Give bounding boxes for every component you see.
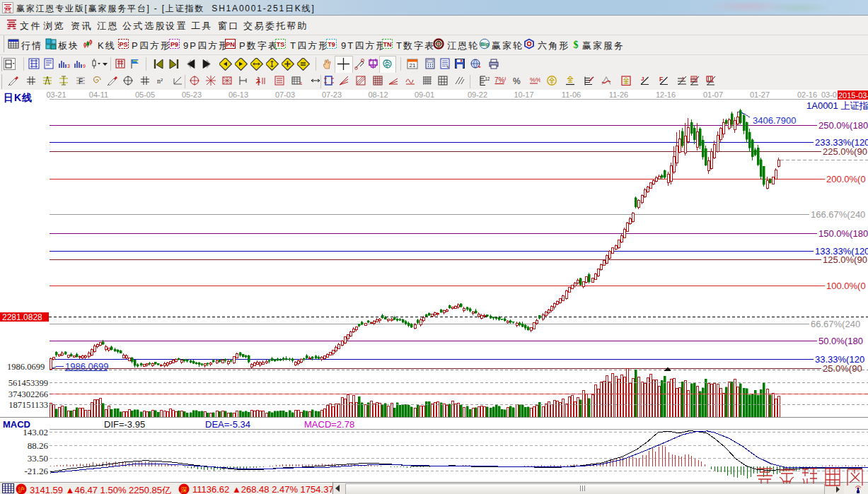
svg-text:07-23: 07-23 <box>322 90 342 99</box>
svg-text:Big: Big <box>480 41 490 47</box>
svg-text:%: % <box>513 76 521 86</box>
svg-text:66.67%(240: 66.67%(240 <box>811 319 860 329</box>
svg-text:J: J <box>681 76 684 81</box>
svg-text:21: 21 <box>410 62 416 69</box>
svg-text:DEA=-5.34: DEA=-5.34 <box>205 419 250 430</box>
svg-text:沪: 沪 <box>18 486 25 493</box>
svg-text:09-01: 09-01 <box>415 90 434 99</box>
svg-text:08-12: 08-12 <box>368 90 388 99</box>
svg-text:143.02: 143.02 <box>23 427 48 437</box>
svg-text:1A0001 上证指数: 1A0001 上证指数 <box>806 100 868 111</box>
svg-text:1: 1 <box>300 81 303 86</box>
svg-text:05-05: 05-05 <box>135 90 155 99</box>
svg-text:88.26: 88.26 <box>28 440 49 451</box>
svg-text:礻: 礻 <box>255 76 265 86</box>
svg-text:TN: TN <box>383 41 392 48</box>
svg-text:DIF=-3.95: DIF=-3.95 <box>104 419 145 430</box>
svg-text:$: $ <box>574 40 579 50</box>
svg-text:04-11: 04-11 <box>89 90 108 99</box>
svg-text:11-06: 11-06 <box>562 90 581 99</box>
svg-text:MACD=2.78: MACD=2.78 <box>304 419 354 430</box>
svg-text:03-0: 03-0 <box>821 90 837 99</box>
svg-text:1986.0699: 1986.0699 <box>7 362 45 372</box>
svg-text:n²: n² <box>157 77 163 85</box>
svg-text:125.0%(90: 125.0%(90 <box>823 254 867 265</box>
svg-text:150.0%(180: 150.0%(180 <box>818 228 868 239</box>
svg-text:深: 深 <box>181 486 187 493</box>
svg-text:日K线: 日K线 <box>4 92 33 103</box>
svg-text:%%: %% <box>530 76 540 83</box>
svg-text:05-23: 05-23 <box>182 90 202 99</box>
svg-text:2015-03-: 2015-03- <box>838 91 868 100</box>
svg-text:12-16: 12-16 <box>656 90 676 99</box>
svg-text:225.0%(90: 225.0%(90 <box>823 146 867 157</box>
svg-text:-21.26: -21.26 <box>24 466 48 476</box>
svg-text:J: J <box>641 76 644 82</box>
svg-text:TS: TS <box>277 41 285 48</box>
svg-text:T9: T9 <box>328 41 335 48</box>
svg-text:25.0%(90: 25.0%(90 <box>823 363 862 374</box>
svg-text:561453399: 561453399 <box>8 378 48 388</box>
svg-text:F: F <box>79 78 83 86</box>
svg-text:50.0%(180: 50.0%(180 <box>818 336 863 346</box>
svg-text:01-27: 01-27 <box>750 90 770 99</box>
svg-text:200.0%(0: 200.0%(0 <box>826 174 866 184</box>
svg-text:3406.7900: 3406.7900 <box>753 115 796 126</box>
svg-text:09-22: 09-22 <box>468 90 487 99</box>
svg-text:9: 9 <box>83 64 86 69</box>
svg-text:100.0%(0: 100.0%(0 <box>826 281 866 291</box>
svg-text:P9: P9 <box>170 41 178 48</box>
svg-text:3: 3 <box>67 64 70 69</box>
svg-text:03-21: 03-21 <box>46 90 66 99</box>
svg-text:1986.0699: 1986.0699 <box>65 361 108 372</box>
svg-text:06-13: 06-13 <box>228 90 248 99</box>
svg-text:07-03: 07-03 <box>275 90 295 99</box>
svg-text:02-16: 02-16 <box>797 90 817 99</box>
svg-text:166.67%(240: 166.67%(240 <box>811 209 865 220</box>
svg-text:123: 123 <box>485 76 490 81</box>
svg-text:F: F <box>659 76 663 83</box>
svg-text:374302266: 374302266 <box>8 389 48 399</box>
svg-text:11-26: 11-26 <box>609 90 628 99</box>
svg-text:7%%: 7%% <box>494 76 506 84</box>
svg-text:187151133: 187151133 <box>8 400 48 410</box>
svg-text:2281.0828: 2281.0828 <box>2 312 42 322</box>
svg-text:250.0%(180: 250.0%(180 <box>818 120 868 131</box>
svg-text:01-07: 01-07 <box>703 90 723 99</box>
svg-text:33.50: 33.50 <box>28 453 48 464</box>
svg-text:PN: PN <box>226 41 235 48</box>
svg-text:10-17: 10-17 <box>514 90 533 99</box>
svg-text:PS: PS <box>119 41 127 48</box>
